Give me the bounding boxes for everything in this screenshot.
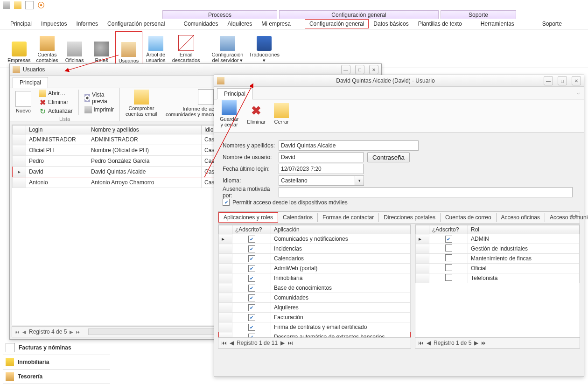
nav-first[interactable]: ⏮ xyxy=(221,340,227,346)
app-row[interactable]: ✔Facturación xyxy=(219,313,411,322)
col-subscribed[interactable]: ¿Adscrito? xyxy=(232,225,271,234)
nav-first[interactable]: ⏮ xyxy=(418,340,424,346)
menu-alquileres[interactable]: Alquileres xyxy=(223,19,257,28)
app-row[interactable]: ✔Comunidades xyxy=(219,293,411,303)
menu-plantillas-de-texto[interactable]: Plantillas de texto xyxy=(413,19,467,28)
tabs-scroll-right[interactable]: ▶ xyxy=(575,213,579,218)
maximize-button[interactable]: □ xyxy=(558,76,567,85)
menu-soporte[interactable]: Soporte xyxy=(538,19,567,28)
tab-cuentas-de-correo[interactable]: Cuentas de correo xyxy=(441,213,497,222)
col-subscribed[interactable]: ¿Adscrito? xyxy=(429,225,468,234)
sidenav-tesorería[interactable]: Tesorería xyxy=(3,370,110,384)
col-role[interactable]: Rol xyxy=(468,225,580,234)
col-name[interactable]: Nombre y apellidos xyxy=(88,126,202,134)
ribbon-árbol-de[interactable]: Árbol de usuarios xyxy=(142,31,169,63)
ribbon-cuentas[interactable]: Cuentas contables xyxy=(34,31,61,63)
user-titlebar[interactable]: David Quintas Alcalde (David) - Usuario … xyxy=(214,75,584,87)
menu-impuestos[interactable]: Impuestos xyxy=(36,19,71,28)
app-row[interactable]: ✔Calendarios xyxy=(219,254,411,264)
role-row[interactable]: Gestión de industriales xyxy=(416,244,580,254)
refresh-button[interactable]: ↻Actualizar xyxy=(37,107,75,115)
chevron-down-icon[interactable]: ▾ xyxy=(355,175,364,186)
minimize-button[interactable]: — xyxy=(341,65,350,74)
delete-button[interactable]: ✖Eliminar xyxy=(37,98,75,106)
menu-configuración-general[interactable]: Configuración general xyxy=(305,19,369,28)
nav-next[interactable]: ▶ xyxy=(474,340,478,346)
nav-prev[interactable]: ◀ xyxy=(22,329,26,335)
apps-navbar[interactable]: ⏮◀ Registro 1 de 11 ▶⏭ xyxy=(218,337,411,348)
nav-first[interactable]: ⏮ xyxy=(15,329,20,335)
open-button[interactable]: Abrir… xyxy=(37,89,75,98)
detail-tabs[interactable]: Aplicaciones y rolesCalendariosFormas de… xyxy=(218,211,580,223)
tab-formas-de-contactar[interactable]: Formas de contactar xyxy=(318,213,379,222)
role-row[interactable]: Oficial xyxy=(416,264,580,273)
rss-icon[interactable]: ⦿ xyxy=(37,1,45,9)
role-row[interactable]: Mantenimiento de fincas xyxy=(416,254,580,264)
app-row[interactable]: ▸✔Comunicados y notificaciones xyxy=(219,234,411,244)
menu-mi-empresa[interactable]: Mi empresa xyxy=(257,19,295,28)
check-email-button[interactable]: Comprobar cuentas email xyxy=(123,90,160,117)
print-button[interactable]: Imprimir xyxy=(83,105,117,114)
menu-herramientas[interactable]: Herramientas xyxy=(476,19,519,28)
app-row[interactable]: ✔AdmiWeb (portal) xyxy=(219,264,411,273)
app-row[interactable]: ✔Inmobiliaria xyxy=(219,273,411,283)
roles-navbar[interactable]: ⏮◀ Registro 1 de 5 ▶⏭ xyxy=(415,337,580,348)
tab-aplicaciones-y-roles[interactable]: Aplicaciones y roles xyxy=(218,212,278,223)
tab-principal[interactable]: Principal xyxy=(217,88,252,99)
preview-button[interactable]: Vista previa xyxy=(83,91,117,105)
save-close-button[interactable]: Guardar y cerrar xyxy=(217,100,241,127)
col-login[interactable]: Login xyxy=(26,126,88,134)
menu-configuración-personal[interactable]: Configuración personal xyxy=(103,19,169,28)
language-combo[interactable]: Castellano ▾ xyxy=(279,175,364,186)
maximize-button[interactable]: □ xyxy=(355,65,364,74)
password-button[interactable]: Contraseña xyxy=(367,152,410,162)
ribbon-oficinas[interactable]: Oficinas xyxy=(61,31,88,63)
app-row[interactable]: ✔Alquileres xyxy=(219,303,411,313)
minimize-button[interactable]: — xyxy=(544,76,553,85)
nav-next[interactable]: ▶ xyxy=(280,340,285,346)
menu-informes[interactable]: Informes xyxy=(71,19,103,28)
close-user-button[interactable]: Cerrar xyxy=(271,103,292,125)
absence-input[interactable] xyxy=(279,187,573,197)
nav-prev[interactable]: ◀ xyxy=(427,340,431,346)
tab-principal[interactable]: Principal xyxy=(13,77,48,88)
tab-direcciones-postales[interactable]: Direcciones postales xyxy=(379,213,441,222)
col-application[interactable]: Aplicación xyxy=(271,225,396,234)
name-input[interactable]: David Quintas Alcalde xyxy=(279,140,419,151)
sidenav-facturas-y-nóminas[interactable]: Facturas y nóminas xyxy=(3,341,110,355)
menu-comunidades[interactable]: Comunidades xyxy=(179,19,223,28)
ribbon-email[interactable]: Email descartados xyxy=(169,31,203,63)
role-row[interactable]: ▸✔ADMIN xyxy=(416,234,580,244)
roles-grid[interactable]: ¿Adscrito? Rol ▸✔ADMINGestión de industr… xyxy=(415,224,580,349)
nav-last[interactable]: ⏭ xyxy=(76,329,81,335)
tabs-scroll-left[interactable]: ◀ xyxy=(569,213,573,218)
app-row[interactable]: ✔Firma de contratos y email certificado xyxy=(219,322,411,332)
app-row[interactable]: ✔Base de conocimientos xyxy=(219,283,411,293)
doc-icon[interactable] xyxy=(25,1,34,9)
ribbon-empresas[interactable]: Empresas xyxy=(5,31,34,63)
expand-ribbon-button[interactable]: ⌵ xyxy=(577,90,580,96)
role-row[interactable]: Telefonista xyxy=(416,273,580,283)
ribbon-traducciones[interactable]: Traducciones ▾ xyxy=(246,31,282,63)
tab-acceso-comunidades[interactable]: Acceso comunidades xyxy=(545,213,588,222)
nav-next[interactable]: ▶ xyxy=(70,329,73,335)
menu-datos-básicos[interactable]: Datos básicos xyxy=(369,19,413,28)
menu-principal[interactable]: Principal xyxy=(6,19,36,28)
ribbon-roles[interactable]: Roles xyxy=(88,31,115,63)
users-titlebar[interactable]: Usuarios — □ ✕ xyxy=(10,64,381,76)
mail-icon[interactable] xyxy=(14,1,21,9)
close-button[interactable]: ✕ xyxy=(369,65,378,74)
ribbon-configuración[interactable]: Configuración del servidor ▾ xyxy=(209,31,246,63)
user-input[interactable]: David xyxy=(279,152,364,162)
close-button[interactable]: ✕ xyxy=(572,76,581,85)
nav-last[interactable]: ⏭ xyxy=(481,340,487,346)
apps-grid[interactable]: ¿Adscrito? Aplicación ▸✔Comunicados y no… xyxy=(218,224,411,349)
app-row[interactable]: ✔Incidencias xyxy=(219,244,411,254)
sidenav-inmobiliaria[interactable]: Inmobiliaria xyxy=(3,355,110,370)
nav-last[interactable]: ⏭ xyxy=(287,340,293,346)
new-button[interactable]: Nuevo xyxy=(13,91,34,113)
tab-acceso-oficinas[interactable]: Acceso oficinas xyxy=(497,213,545,222)
mobile-access-checkbox[interactable]: ✔ Permitir acceso desde los dispositivos… xyxy=(223,199,579,206)
tab-calendarios[interactable]: Calendarios xyxy=(278,213,318,222)
ribbon-usuarios[interactable]: Usuarios xyxy=(115,31,142,64)
